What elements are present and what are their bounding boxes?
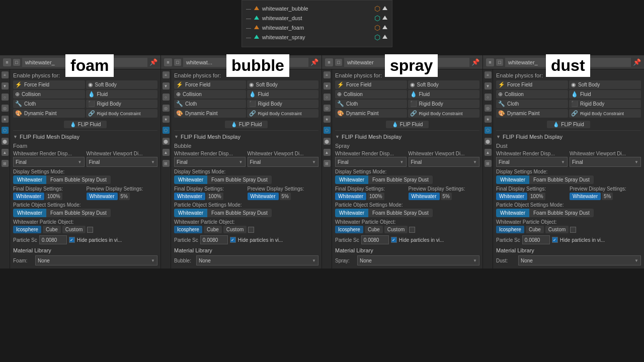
final-btn-dust[interactable]: Whitewater bbox=[496, 193, 527, 200]
left-icon-d1[interactable]: ≡ bbox=[485, 71, 492, 78]
btn-flip-fluid-foam[interactable]: 💧 FLIP Fluid bbox=[64, 121, 107, 128]
particle-btn-fbs-spray[interactable]: Foam Bubble Spray Dust bbox=[368, 209, 433, 217]
btn-soft-body-spray[interactable]: ◉Soft Body bbox=[408, 80, 480, 89]
btn-dynamic-paint-foam[interactable]: 🎨 Dynamic Paint bbox=[13, 109, 85, 118]
material-select-bubble[interactable]: None ▼ bbox=[196, 255, 318, 265]
btn-collision-foam[interactable]: ⊕ Collision bbox=[13, 90, 85, 99]
left-icon-b3[interactable]: ○ bbox=[163, 94, 170, 101]
left-icon-s5[interactable]: ★ bbox=[324, 116, 331, 123]
btn-force-field-bubble[interactable]: ⚡Force Field bbox=[174, 80, 246, 89]
panel-menu-icon-spray[interactable]: ≡ bbox=[325, 58, 333, 66]
viewport-select-bubble[interactable]: Final▼ bbox=[248, 157, 319, 167]
btn-rbc-bubble[interactable]: 🔗Rigid Body Constraint bbox=[247, 109, 319, 118]
particle-checkbox-bubble[interactable] bbox=[248, 227, 254, 233]
btn-soft-body-bubble[interactable]: ◉Soft Body bbox=[247, 80, 319, 89]
particle-scale-input-foam[interactable] bbox=[39, 235, 67, 244]
custom-btn-spray[interactable]: Custom bbox=[384, 226, 408, 233]
left-icon-d7[interactable]: ⬤ bbox=[485, 138, 492, 145]
left-icon-6-active[interactable]: ⬡ bbox=[2, 127, 9, 134]
btn-rigid-body-dust[interactable]: ⬛Rigid Body bbox=[569, 100, 641, 108]
left-icon-9[interactable]: ⊞ bbox=[2, 160, 9, 167]
viewport-select-dust[interactable]: Final▼ bbox=[570, 157, 641, 167]
btn-collision-spray[interactable]: ⊕Collision bbox=[335, 90, 407, 99]
left-icon-3[interactable]: ○ bbox=[2, 94, 9, 101]
btn-force-field-spray[interactable]: ⚡Force Field bbox=[335, 80, 407, 89]
viewport-select-spray[interactable]: Final▼ bbox=[409, 157, 480, 167]
left-icon-s4[interactable]: ◎ bbox=[324, 105, 331, 112]
btn-collision-dust[interactable]: ⊕Collision bbox=[496, 90, 568, 99]
hide-checkbox-foam[interactable]: ✓ bbox=[69, 237, 75, 243]
btn-fluid-foam[interactable]: 💧 Fluid bbox=[86, 90, 158, 99]
btn-flip-fluid-dust[interactable]: 💧FLIP Fluid bbox=[547, 121, 590, 128]
hide-checkbox-bubble[interactable]: ✓ bbox=[230, 237, 236, 243]
icosphere-btn-foam[interactable]: Icosphere bbox=[13, 226, 41, 233]
btn-force-field-dust[interactable]: ⚡Force Field bbox=[496, 80, 568, 89]
btn-soft-body-foam[interactable]: ◉ Soft Body bbox=[86, 80, 158, 89]
final-btn-spray[interactable]: Whitewater bbox=[335, 193, 366, 200]
left-icon-d3[interactable]: ○ bbox=[485, 94, 492, 101]
left-icon-d4[interactable]: ◎ bbox=[485, 105, 492, 112]
cube-btn-spray[interactable]: Cube bbox=[365, 226, 383, 233]
material-select-spray[interactable]: None ▼ bbox=[357, 255, 479, 265]
left-icon-d6-active[interactable]: ⬡ bbox=[485, 127, 492, 134]
display-mode-btn-whitewater-foam[interactable]: Whitewater bbox=[13, 175, 46, 184]
display-btn-ww-bubble[interactable]: Whitewater bbox=[174, 175, 207, 184]
left-icon-s7[interactable]: ⬤ bbox=[324, 138, 331, 145]
pin-icon-foam[interactable]: 📌 bbox=[149, 58, 157, 66]
btn-flip-fluid-spray[interactable]: 💧FLIP Fluid bbox=[386, 121, 429, 128]
panel-menu-icon[interactable]: ≡ bbox=[3, 58, 11, 66]
btn-cloth-foam[interactable]: 🔧 Cloth bbox=[13, 100, 85, 108]
particle-checkbox-foam[interactable] bbox=[87, 227, 93, 233]
particle-checkbox-spray[interactable] bbox=[409, 227, 415, 233]
btn-dynamic-paint-bubble[interactable]: 🎨Dynamic Paint bbox=[174, 109, 246, 118]
cube-btn-bubble[interactable]: Cube bbox=[204, 226, 222, 233]
btn-cloth-spray[interactable]: 🔧Cloth bbox=[335, 100, 407, 108]
particle-btn-fbs-bubble[interactable]: Foam Bubble Spray Dust bbox=[207, 209, 272, 217]
icosphere-btn-spray[interactable]: Icosphere bbox=[335, 226, 363, 233]
btn-force-field-foam[interactable]: ⚡ Force Field bbox=[13, 80, 85, 89]
left-icon-s2[interactable]: ▼ bbox=[324, 82, 331, 89]
btn-rbc-dust[interactable]: 🔗Rigid Body Constraint bbox=[569, 109, 641, 118]
left-icon-b1[interactable]: ≡ bbox=[163, 71, 170, 78]
cube-btn-foam[interactable]: Cube bbox=[43, 226, 61, 233]
left-icon-b2[interactable]: ▼ bbox=[163, 82, 170, 89]
particle-scale-input-bubble[interactable] bbox=[200, 235, 228, 244]
btn-cloth-dust[interactable]: 🔧Cloth bbox=[496, 100, 568, 108]
cube-btn-dust[interactable]: Cube bbox=[526, 226, 544, 233]
btn-fluid-spray[interactable]: 💧Fluid bbox=[408, 90, 480, 99]
mesh-display-header-bubble[interactable]: ▼ FLIP Fluid Mesh Display bbox=[174, 133, 318, 141]
particle-btn-ww-dust[interactable]: Whitewater bbox=[496, 209, 529, 217]
btn-soft-body-dust[interactable]: ◉Soft Body bbox=[569, 80, 641, 89]
left-icon-8[interactable]: ▲ bbox=[2, 149, 9, 156]
preview-val-btn-foam[interactable]: Whitewater bbox=[87, 193, 118, 200]
left-icon-s8[interactable]: ▲ bbox=[324, 149, 331, 156]
panel-menu-icon-dust[interactable]: ≡ bbox=[486, 58, 494, 66]
display-btn-fbs-dust[interactable]: Foam Bubble Spray Dust bbox=[529, 175, 594, 184]
left-icon-b5[interactable]: ★ bbox=[163, 116, 170, 123]
pin-icon-spray[interactable]: 📌 bbox=[471, 58, 479, 66]
preview-btn-spray[interactable]: Whitewater bbox=[409, 193, 440, 200]
render-select-spray[interactable]: Final▼ bbox=[335, 157, 407, 167]
left-icon-2[interactable]: ▼ bbox=[2, 82, 9, 89]
render-disp-select-foam[interactable]: Final ▼ bbox=[13, 157, 85, 167]
preview-btn-bubble[interactable]: Whitewater bbox=[248, 193, 279, 200]
hide-checkbox-spray[interactable]: ✓ bbox=[391, 237, 397, 243]
mesh-display-header-spray[interactable]: ▼ FLIP Fluid Mesh Display bbox=[335, 133, 479, 141]
btn-fluid-bubble[interactable]: 💧Fluid bbox=[247, 90, 319, 99]
custom-btn-dust[interactable]: Custom bbox=[545, 226, 569, 233]
custom-btn-bubble[interactable]: Custom bbox=[223, 226, 247, 233]
particle-btn-ww-bubble[interactable]: Whitewater bbox=[174, 209, 207, 217]
left-icon-d8[interactable]: ▲ bbox=[485, 149, 492, 156]
left-icon-4[interactable]: ◎ bbox=[2, 105, 9, 112]
btn-rbc-foam[interactable]: 🔗 Rigid Body Constraint bbox=[86, 109, 158, 118]
pin-icon-dust[interactable]: 📌 bbox=[633, 58, 641, 66]
icosphere-btn-bubble[interactable]: Icosphere bbox=[174, 226, 202, 233]
particle-scale-input-spray[interactable] bbox=[361, 235, 389, 244]
particle-btn-fbs-dust[interactable]: Foam Bubble Spray Dust bbox=[529, 209, 594, 217]
btn-rigid-body-bubble[interactable]: ⬛Rigid Body bbox=[247, 100, 319, 108]
left-icon-b4[interactable]: ◎ bbox=[163, 105, 170, 112]
render-select-dust[interactable]: Final▼ bbox=[496, 157, 568, 167]
material-select-foam[interactable]: None ▼ bbox=[35, 255, 157, 265]
display-btn-ww-dust[interactable]: Whitewater bbox=[496, 175, 529, 184]
display-btn-fbs-spray[interactable]: Foam Bubble Spray Dust bbox=[368, 175, 433, 184]
